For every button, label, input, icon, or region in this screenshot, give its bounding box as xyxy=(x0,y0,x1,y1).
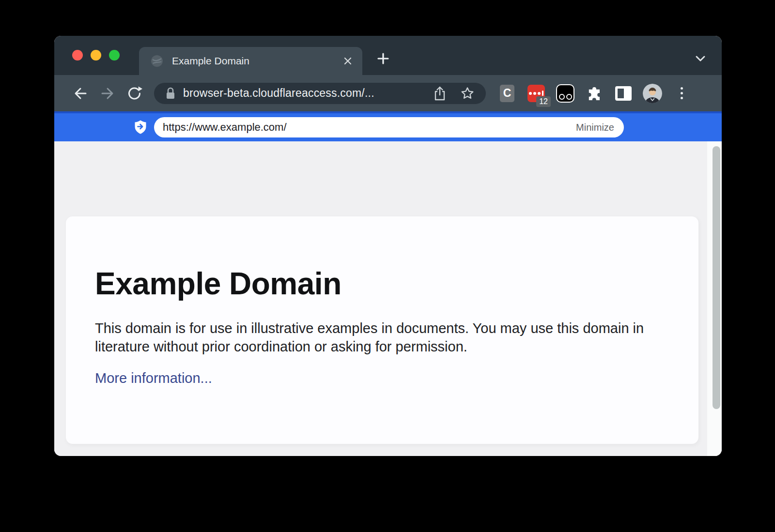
password-manager-extension-button[interactable]: 12 xyxy=(522,79,551,108)
address-url: browser-beta.cloudflareaccess.com/... xyxy=(183,87,420,100)
page-paragraph: This domain is for use in illustrative e… xyxy=(95,319,657,356)
profile-avatar[interactable] xyxy=(638,79,667,108)
screenshot-stage: Example Domain xyxy=(0,0,775,532)
tab-close-icon[interactable] xyxy=(343,56,353,66)
page-title: Example Domain xyxy=(95,266,669,302)
chevron-down-icon[interactable] xyxy=(694,52,707,65)
tab-title: Example Domain xyxy=(172,55,343,67)
address-bar[interactable]: browser-beta.cloudflareaccess.com/... xyxy=(154,83,486,104)
extensions-puzzle-button[interactable] xyxy=(580,79,609,108)
browser-window: Example Domain xyxy=(54,36,722,456)
bookmark-star-icon[interactable] xyxy=(460,86,475,101)
tab-strip: Example Domain xyxy=(54,36,722,75)
shield-arrow-icon xyxy=(134,120,147,135)
puzzle-icon xyxy=(587,86,602,101)
extension-badge: 12 xyxy=(536,96,551,107)
page-viewport: Example Domain This domain is for use in… xyxy=(54,141,722,456)
tab-example-domain[interactable]: Example Domain xyxy=(139,47,362,75)
content-card: Example Domain This domain is for use in… xyxy=(66,216,698,444)
toolbar: browser-beta.cloudflareaccess.com/... C xyxy=(54,75,722,111)
remote-url-value: https://www.example.com/ xyxy=(163,121,287,134)
scrollbar-thumb[interactable] xyxy=(713,146,720,409)
new-tab-button[interactable] xyxy=(377,52,389,65)
minimize-window-button[interactable] xyxy=(91,50,101,61)
three-dots-icon xyxy=(681,87,683,99)
forward-icon[interactable] xyxy=(94,80,121,107)
side-panel-button[interactable] xyxy=(609,79,638,108)
binoculars-extension-button[interactable] xyxy=(551,79,580,108)
remote-url-input[interactable]: https://www.example.com/ Minimize xyxy=(154,117,624,137)
remote-browser-banner: https://www.example.com/ Minimize xyxy=(54,111,722,141)
close-window-button[interactable] xyxy=(72,50,83,61)
reload-icon[interactable] xyxy=(121,80,148,107)
share-icon[interactable] xyxy=(433,86,447,101)
extension-c-button[interactable]: C xyxy=(493,79,522,108)
zoom-window-button[interactable] xyxy=(109,50,120,61)
binoculars-icon xyxy=(556,84,574,103)
minimize-banner-button[interactable]: Minimize xyxy=(576,122,614,133)
extension-c-label: C xyxy=(500,85,514,102)
side-panel-icon xyxy=(615,86,632,101)
password-manager-icon: 12 xyxy=(527,85,545,102)
globe-favicon-icon xyxy=(151,55,163,67)
lock-icon[interactable] xyxy=(164,86,177,101)
back-icon[interactable] xyxy=(67,80,94,107)
more-information-link[interactable]: More information... xyxy=(95,370,212,386)
avatar xyxy=(643,84,662,103)
browser-menu-button[interactable] xyxy=(667,79,696,108)
